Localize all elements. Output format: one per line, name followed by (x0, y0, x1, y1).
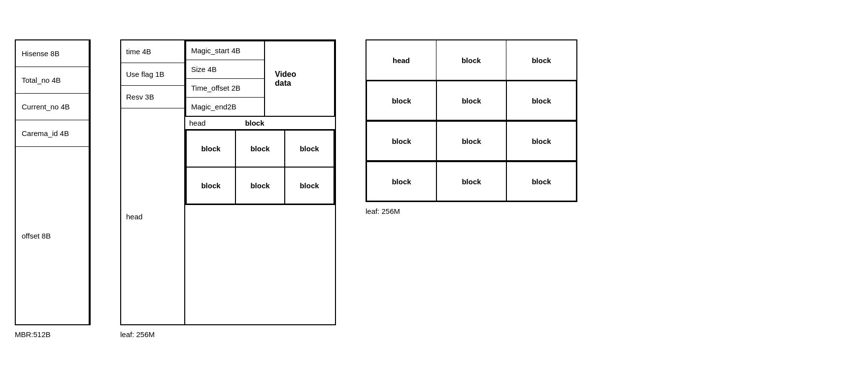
mbr-section: Hisense 8B Total_no 4B Current_no 4B Car… (15, 39, 91, 339)
leaf2-head-row: head block block (367, 40, 576, 81)
mbr-cell-label-4: offset 8B (22, 232, 51, 240)
mbr-cell-3: Carema_id 4B (16, 120, 89, 147)
head-magic-cell-3: Magic_end2B (186, 98, 264, 116)
head-magic-label-3: Magic_end2B (191, 103, 236, 111)
mbr-label-row: MBR:512B (15, 330, 51, 339)
mbr-outer: Hisense 8B Total_no 4B Current_no 4B Car… (15, 39, 91, 325)
video-data-label: Video data (275, 70, 296, 88)
leaf2-head-cell-1: block (436, 40, 506, 80)
leaf2-block-section-1: block block block (367, 121, 576, 162)
head-magic-label-0: Magic_start 4B (191, 46, 240, 55)
leaf1-col1: time 4B Use flag 1B Resv 3B head (121, 40, 185, 324)
block-cell-3: block (186, 167, 235, 204)
leaf1-col1-label-3: head (126, 212, 142, 221)
head-block-label-area: head block (185, 117, 335, 129)
head-magic-label-1: Size 4B (191, 65, 217, 73)
head-label: head (189, 119, 205, 127)
head-magic-cell-1: Size 4B (186, 60, 264, 79)
leaf2-block-cell-0-0: block (367, 81, 436, 120)
leaf1-cell-2: Resv 3B (121, 86, 184, 108)
leaf1-outer: time 4B Use flag 1B Resv 3B head (120, 39, 336, 325)
head-block: Magic_start 4B Size 4B Time_offset 2B Ma… (185, 40, 335, 117)
leaf2-block-cell-1-2: block (506, 121, 576, 161)
mbr-cell-label-3: Carema_id 4B (22, 129, 69, 137)
leaf1-right: Magic_start 4B Size 4B Time_offset 2B Ma… (185, 40, 335, 324)
mbr-cell-label-2: Current_no 4B (22, 103, 70, 111)
leaf1-cell-0: time 4B (121, 40, 184, 63)
mbr-cell-2: Current_no 4B (16, 94, 89, 120)
leaf1-label: leaf: 256M (120, 330, 155, 339)
mbr-cell-1: Total_no 4B (16, 67, 89, 94)
leaf2-head-cell-0: head (367, 40, 436, 80)
leaf2-label: leaf: 256M (366, 207, 400, 215)
mbr-cell-label-1: Total_no 4B (22, 76, 61, 84)
block-cell-2: block (285, 130, 334, 167)
leaf2-block-cell-1-1: block (436, 121, 506, 161)
leaf1-col1-label-2: Resv 3B (126, 93, 154, 101)
leaf2-label-row: leaf: 256M (366, 207, 400, 215)
leaf2-block-cell-0-2: block (506, 81, 576, 120)
leaf2-block-grid-2: block block block (367, 162, 576, 201)
block-cell-1: block (235, 130, 285, 167)
block-cell-0: block (186, 130, 235, 167)
mbr-label: MBR:512B (15, 330, 51, 339)
leaf2-block-section-0: block block block (367, 81, 576, 121)
head-magic-cell-2: Time_offset 2B (186, 79, 264, 98)
leaf1-cell-3: head (121, 108, 184, 324)
mbr-col1: Hisense 8B Total_no 4B Current_no 4B Car… (16, 40, 90, 324)
head-magic-cell-0: Magic_start 4B (186, 41, 264, 60)
leaf1-label-row: leaf: 256M (120, 330, 155, 339)
leaf2-outer: head block block block (366, 39, 577, 202)
block-cell-4: block (235, 167, 285, 204)
leaf2-block-section-2: block block block (367, 162, 576, 201)
leaf1-section: time 4B Use flag 1B Resv 3B head (120, 39, 336, 339)
leaf2-head-cell-2: block (506, 40, 576, 80)
video-data-col: Video data (265, 41, 306, 116)
leaf2-block-cell-2-0: block (367, 162, 436, 201)
block-label: block (245, 119, 264, 127)
leaf2-block-grid-0: block block block (367, 81, 576, 120)
leaf2-section: head block block block (366, 39, 577, 215)
leaf2-block-grid-1: block block block (367, 121, 576, 161)
head-magic-label-2: Time_offset 2B (191, 84, 240, 92)
leaf2-block-cell-2-2: block (506, 162, 576, 201)
block-grid: block block block block block (185, 129, 335, 205)
block-cell-5: block (285, 167, 334, 204)
diagrams-row: Hisense 8B Total_no 4B Current_no 4B Car… (15, 39, 577, 339)
leaf1-cell-1: Use flag 1B (121, 63, 184, 86)
mbr-cell-4: offset 8B (16, 147, 89, 324)
leaf2-block-cell-2-1: block (436, 162, 506, 201)
leaf1-col1-label-0: time 4B (126, 47, 151, 56)
leaf1-col1-label-1: Use flag 1B (126, 70, 165, 78)
leaf2-block-cell-0-1: block (436, 81, 506, 120)
main-container: Hisense 8B Total_no 4B Current_no 4B Car… (0, 30, 868, 348)
head-magic-col: Magic_start 4B Size 4B Time_offset 2B Ma… (186, 41, 265, 116)
leaf2-block-cell-1-0: block (367, 121, 436, 161)
mbr-cell-0: Hisense 8B (16, 40, 89, 67)
mbr-cell-label-0: Hisense 8B (22, 49, 60, 58)
